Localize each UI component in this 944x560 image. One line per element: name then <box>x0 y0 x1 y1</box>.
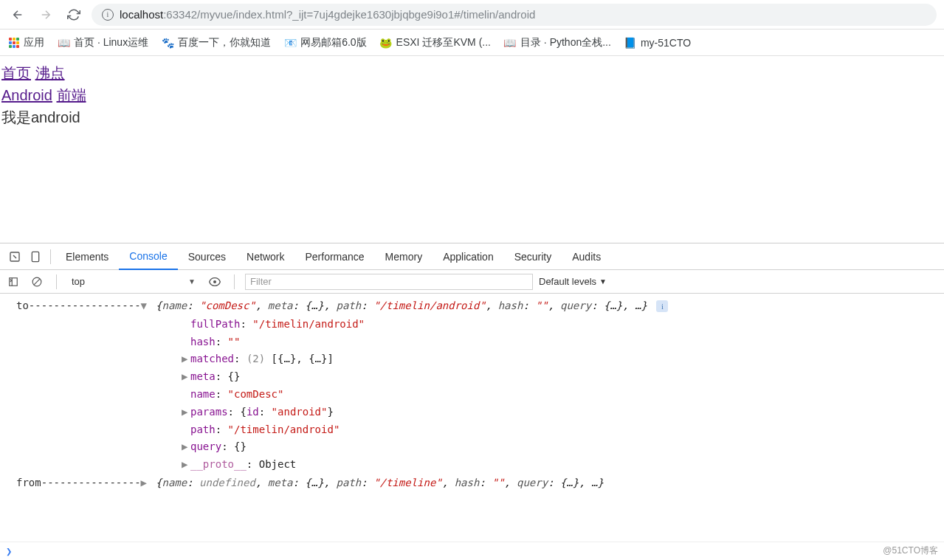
paw-icon: 🐾 <box>162 37 173 49</box>
console-sidebar-toggle-icon[interactable] <box>4 273 22 291</box>
address-bar[interactable]: i localhost:63342/myvue/index.html?_ijt=… <box>92 4 937 26</box>
console-toolbar: top ▼ Filter Default levels ▼ <box>0 270 944 294</box>
svg-line-6 <box>34 278 40 284</box>
device-toggle-icon[interactable] <box>25 246 46 267</box>
link-android[interactable]: Android <box>1 87 52 103</box>
expand-toggle-icon[interactable]: ▶ <box>182 350 190 368</box>
note-icon: 📘 <box>624 37 636 49</box>
tab-console[interactable]: Console <box>119 243 177 270</box>
tab-network[interactable]: Network <box>236 243 294 270</box>
browser-toolbar: i localhost:63342/myvue/index.html?_ijt=… <box>0 0 944 30</box>
inspect-element-icon[interactable] <box>4 246 25 267</box>
expand-toggle-icon[interactable]: ▶ <box>182 404 190 421</box>
tab-audits[interactable]: Audits <box>562 243 611 270</box>
console-output: to------------------ ▼ {name: "comDesc",… <box>0 294 944 542</box>
chevron-down-icon: ▼ <box>188 277 196 286</box>
url-text: localhost:63342/myvue/index.html?_ijt=7u… <box>120 8 535 21</box>
info-badge-icon[interactable]: i <box>656 300 668 312</box>
live-expression-icon[interactable] <box>206 273 224 291</box>
tab-elements[interactable]: Elements <box>55 243 119 270</box>
svg-rect-1 <box>32 252 38 261</box>
tab-application[interactable]: Application <box>433 243 504 270</box>
site-info-icon[interactable]: i <box>102 9 114 21</box>
bookmark-163mail[interactable]: 📧网易邮箱6.0版 <box>284 36 366 49</box>
frog-icon: 🐸 <box>380 37 392 49</box>
back-button[interactable] <box>7 4 28 25</box>
book-icon: 📖 <box>58 37 69 49</box>
tab-security[interactable]: Security <box>504 243 562 270</box>
mail-icon: 📧 <box>284 37 296 49</box>
expand-toggle-icon[interactable]: ▼ <box>141 297 150 315</box>
expand-toggle-icon[interactable]: ▶ <box>182 438 190 456</box>
context-selector[interactable]: top ▼ <box>67 274 200 288</box>
devtools-tabs: Elements Console Sources Network Perform… <box>0 243 944 270</box>
bookmark-esxi[interactable]: 🐸ESXI 迁移至KVM (... <box>380 36 491 49</box>
link-frontend[interactable]: 前端 <box>57 87 86 103</box>
svg-point-7 <box>213 280 216 283</box>
expand-toggle-icon[interactable]: ▶ <box>182 456 190 474</box>
apps-label: 应用 <box>24 36 44 49</box>
watermark: @51CTO博客 <box>883 545 938 557</box>
tab-sources[interactable]: Sources <box>178 243 236 270</box>
log-entry-from[interactable]: from---------------- ▶ {name: undefined,… <box>0 474 944 493</box>
link-boil[interactable]: 沸点 <box>35 65 65 81</box>
expand-toggle-icon[interactable]: ▶ <box>141 474 150 492</box>
page-content: 首页 沸点 Android 前端 我是android <box>0 56 944 134</box>
console-prompt[interactable]: ❯ <box>0 542 944 560</box>
reload-button[interactable] <box>63 4 84 25</box>
bookmark-51cto[interactable]: 📘my-51CTO <box>624 37 691 49</box>
bookmark-baidu[interactable]: 🐾百度一下，你就知道 <box>162 36 271 49</box>
chevron-down-icon: ▼ <box>599 277 607 286</box>
book-icon: 📖 <box>504 37 516 49</box>
apps-button[interactable]: 应用 <box>9 36 44 49</box>
tab-memory[interactable]: Memory <box>375 243 433 270</box>
apps-icon <box>9 38 19 48</box>
log-entry-to-expanded: fullPath: "/timelin/android" hash: "" ▶m… <box>0 316 944 474</box>
expand-toggle-icon[interactable]: ▶ <box>182 368 190 386</box>
link-home[interactable]: 首页 <box>1 65 31 81</box>
devtools-panel: Elements Console Sources Network Perform… <box>0 243 944 560</box>
filter-input[interactable]: Filter <box>245 274 533 290</box>
bookmark-python[interactable]: 📖目录 · Python全栈... <box>504 36 611 49</box>
bookmark-linux[interactable]: 📖首页 · Linux运维 <box>58 36 148 49</box>
log-entry-to[interactable]: to------------------ ▼ {name: "comDesc",… <box>0 297 944 316</box>
bookmarks-bar: 应用 📖首页 · Linux运维 🐾百度一下，你就知道 📧网易邮箱6.0版 🐸E… <box>0 30 944 56</box>
clear-console-icon[interactable] <box>28 273 46 291</box>
tab-performance[interactable]: Performance <box>294 243 374 270</box>
page-text: 我是android <box>1 106 943 128</box>
log-levels-dropdown[interactable]: Default levels ▼ <box>539 276 607 287</box>
forward-button[interactable] <box>35 4 56 25</box>
